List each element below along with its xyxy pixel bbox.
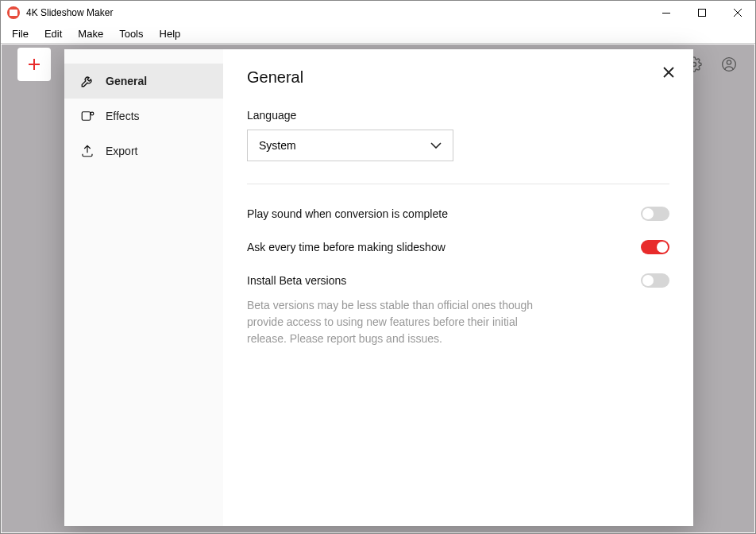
settings-sidebar: General Effects Export	[64, 49, 223, 526]
language-value: System	[259, 139, 296, 152]
option-install-beta: Install Beta versions	[247, 273, 669, 288]
ask-before-toggle[interactable]	[641, 240, 669, 254]
divider	[247, 184, 669, 184]
minimize-button[interactable]	[648, 1, 684, 25]
menu-help[interactable]: Help	[152, 26, 189, 41]
tab-general[interactable]: General	[64, 64, 223, 99]
window-controls	[648, 1, 755, 25]
pane-title: General	[247, 68, 669, 87]
close-icon	[663, 67, 674, 78]
chevron-down-icon	[430, 142, 442, 149]
svg-rect-1	[698, 10, 705, 17]
close-window-button[interactable]	[719, 1, 755, 25]
account-icon[interactable]	[719, 55, 739, 74]
tab-effects[interactable]: Effects	[64, 99, 223, 134]
play-sound-label: Play sound when conversion is complete	[247, 207, 448, 220]
title-bar: 4K Slideshow Maker	[1, 1, 755, 25]
tab-effects-label: Effects	[106, 110, 140, 122]
menu-make[interactable]: Make	[70, 26, 111, 41]
ask-before-label: Ask every time before making slideshow	[247, 241, 446, 253]
window-title: 4K Slideshow Maker	[26, 7, 648, 18]
svg-rect-5	[82, 112, 91, 121]
install-beta-toggle[interactable]	[641, 273, 669, 288]
language-label: Language	[247, 109, 669, 122]
svg-point-4	[727, 60, 731, 64]
add-button[interactable]	[17, 48, 51, 81]
export-icon	[80, 144, 94, 158]
wrench-icon	[80, 74, 94, 88]
option-ask-before: Ask every time before making slideshow	[247, 240, 669, 254]
menu-bar: File Edit Make Tools Help	[1, 25, 755, 44]
menu-tools[interactable]: Tools	[111, 26, 151, 41]
maximize-button[interactable]	[684, 1, 719, 25]
menu-file[interactable]: File	[4, 26, 37, 41]
tab-export[interactable]: Export	[64, 134, 223, 168]
tab-general-label: General	[106, 75, 147, 87]
settings-dialog: General Effects Export General Language …	[64, 49, 693, 526]
language-select[interactable]: System	[247, 130, 453, 161]
app-icon	[7, 6, 20, 19]
plus-icon	[27, 57, 41, 72]
svg-rect-0	[662, 13, 670, 14]
menu-edit[interactable]: Edit	[37, 26, 70, 41]
option-play-sound: Play sound when conversion is complete	[247, 207, 669, 221]
effects-icon	[80, 109, 94, 123]
play-sound-toggle[interactable]	[641, 207, 669, 221]
settings-pane: General Language System Play sound when …	[223, 49, 693, 526]
install-beta-label: Install Beta versions	[247, 274, 346, 287]
close-dialog-button[interactable]	[663, 67, 674, 78]
tab-export-label: Export	[106, 145, 137, 157]
svg-point-6	[91, 112, 94, 115]
beta-description: Beta versions may be less stable than of…	[247, 297, 549, 347]
